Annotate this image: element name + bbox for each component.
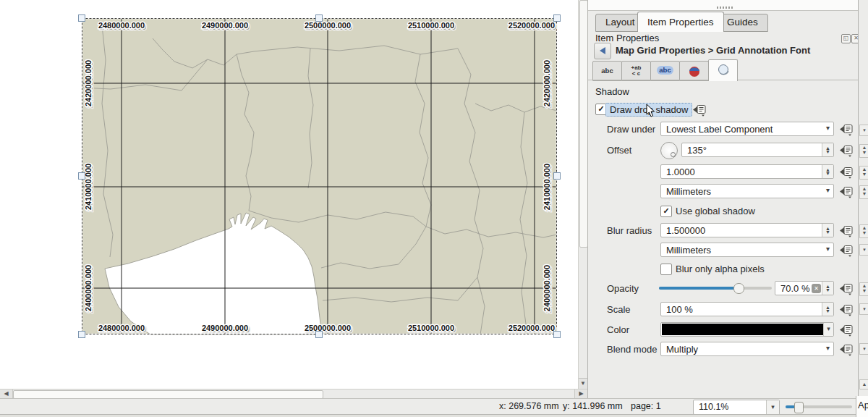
blend-mode-select[interactable]: Multiply ▾ — [660, 342, 834, 356]
layout-canvas[interactable]: 2480000.0002480000.0002480000.0002480000… — [0, 0, 578, 389]
chevron-down-icon: ▾ — [826, 344, 830, 352]
offset-distance-row: 1.0000 ▲▼ — [588, 164, 859, 180]
opacity-spinbox[interactable]: 70.0 % ✕ ▲▼ — [775, 281, 834, 295]
draw-drop-shadow-row: ✓ Draw drop shadow — [588, 102, 859, 117]
map-item[interactable]: 2480000.0002480000.0002480000.0002480000… — [82, 18, 557, 334]
draw-under-value: Lowest Label Component — [666, 124, 773, 135]
zoom-level-value: 110.1% — [699, 402, 728, 412]
window-bottom-edge — [0, 414, 868, 417]
offset-distance-value: 1.0000 — [666, 167, 695, 177]
scroll-right-icon[interactable]: ▶ — [574, 389, 587, 398]
svg-text:2490000.000: 2490000.000 — [202, 21, 248, 30]
spinner-arrows-icon[interactable]: ▲▼ — [822, 224, 833, 237]
dock-title-strip — [588, 0, 859, 11]
color-row: Color ▾ — [588, 322, 859, 337]
use-global-shadow-label[interactable]: Use global shadow — [676, 206, 755, 216]
data-defined-override-icon[interactable] — [838, 224, 854, 237]
offset-angle-spinbox[interactable]: 135° ▲▼ — [681, 143, 834, 157]
tab-text[interactable]: abc — [592, 61, 622, 81]
mouse-cursor — [646, 104, 656, 118]
draw-under-label: Draw under — [607, 124, 655, 135]
svg-text:2510000.000: 2510000.000 — [408, 21, 454, 30]
blur-radius-row: Blur radius 1.500000 ▲▼ — [588, 223, 859, 238]
selection-handle — [316, 15, 323, 22]
back-button[interactable] — [594, 43, 611, 59]
slider-handle[interactable] — [794, 402, 804, 413]
blur-alpha-label[interactable]: Blur only alpha pixels — [676, 264, 765, 274]
tab-background[interactable] — [679, 61, 709, 81]
svg-text:2420000.000: 2420000.000 — [84, 60, 93, 106]
offset-units-select[interactable]: Millimeters ▾ — [660, 184, 834, 198]
blur-alpha-row: Blur only alpha pixels — [588, 263, 859, 278]
qgis-layout-window: 2480000.0002480000.0002480000.0002480000… — [0, 0, 868, 417]
tab-item-properties[interactable]: Item Properties — [637, 12, 724, 32]
tab-guides[interactable]: Guides — [717, 14, 768, 32]
data-defined-override-icon[interactable] — [838, 185, 854, 198]
offset-dial[interactable] — [660, 142, 678, 159]
chevron-down-icon[interactable]: ▾ — [823, 323, 833, 336]
data-defined-override-icon[interactable] — [838, 243, 854, 257]
chevron-down-icon[interactable]: ▾ — [766, 400, 779, 414]
spinner-arrows-icon[interactable]: ▲▼ — [822, 303, 833, 316]
svg-text:2480000.000: 2480000.000 — [98, 324, 145, 332]
offset-label: Offset — [607, 145, 631, 156]
data-defined-override-icon[interactable] — [838, 282, 854, 295]
chevron-down-icon: ▾ — [826, 245, 830, 253]
blur-radius-spinbox[interactable]: 1.500000 ▲▼ — [660, 223, 834, 237]
background-icon — [688, 65, 701, 77]
clear-value-icon[interactable]: ✕ — [812, 284, 821, 293]
tab-buffer[interactable]: abc — [650, 61, 680, 81]
offset-distance-spinbox[interactable]: 1.0000 ▲▼ — [660, 164, 834, 179]
tab-shadow[interactable] — [708, 59, 738, 81]
svg-text:2490000.000: 2490000.000 — [202, 324, 248, 332]
opacity-label: Opacity — [607, 283, 639, 294]
shadow-icon — [717, 64, 730, 77]
item-properties-panel: Layout Item Properties Guides Item Prope… — [587, 0, 859, 398]
panel-title: Item Properties — [595, 33, 659, 43]
zoom-slider[interactable] — [786, 400, 852, 413]
tab-formatting[interactable]: +ab< c — [621, 61, 651, 81]
scroll-left-icon[interactable]: ◀ — [0, 389, 13, 398]
spinner-arrows-icon[interactable]: ▲▼ — [822, 165, 833, 178]
scroll-down-icon[interactable]: ▼ — [579, 378, 587, 389]
selection-handle — [316, 332, 323, 338]
draw-under-select[interactable]: Lowest Label Component ▾ — [660, 122, 834, 136]
data-defined-override-icon[interactable] — [838, 323, 854, 337]
canvas-horizontal-scrollbar[interactable]: ◀ ▶ — [0, 389, 587, 399]
svg-text:2410000.000: 2410000.000 — [542, 164, 551, 210]
chevron-down-icon: ▾ — [826, 186, 830, 194]
chevron-down-icon: ▾ — [859, 244, 868, 256]
float-panel-icon[interactable]: ◱ — [841, 34, 851, 43]
formatting-icon: +ab< c — [631, 65, 641, 77]
cursor-y-readout: y: 141.996 mm — [563, 401, 623, 411]
dock-handle-icon[interactable] — [717, 7, 734, 9]
apply-button-cropped[interactable]: Ap — [856, 396, 868, 417]
svg-text:2510000.000: 2510000.000 — [408, 324, 454, 332]
data-defined-override-icon[interactable] — [692, 103, 707, 117]
selection-handle — [79, 15, 85, 22]
blend-mode-value: Multiply — [666, 344, 698, 355]
data-defined-override-icon[interactable] — [838, 143, 854, 157]
blur-alpha-checkbox[interactable] — [660, 264, 672, 275]
canvas-vertical-scrollbar[interactable]: ▼ — [578, 0, 588, 389]
chevron-down-icon: ▾ — [826, 124, 830, 132]
opacity-slider[interactable] — [659, 284, 772, 292]
back-arrow-icon — [600, 47, 605, 54]
scroll-up-icon: ▲ — [859, 379, 868, 389]
blur-units-select[interactable]: Millimeters ▾ — [660, 243, 834, 257]
slider-handle[interactable] — [733, 283, 744, 294]
data-defined-override-icon[interactable] — [838, 342, 854, 356]
zoom-level-combobox[interactable]: 110.1% ▾ — [693, 400, 780, 415]
data-defined-override-icon[interactable] — [838, 303, 854, 316]
scale-label: Scale — [607, 304, 631, 315]
data-defined-override-icon[interactable] — [838, 165, 854, 179]
data-defined-override-icon[interactable] — [838, 122, 854, 136]
use-global-shadow-checkbox[interactable]: ✓ — [660, 206, 672, 217]
opacity-row: Opacity 70.0 % ✕ ▲▼ — [588, 281, 859, 296]
spinner-arrows-icon[interactable]: ▲▼ — [822, 143, 833, 156]
spinner-fragment-icon: ▲▼ — [859, 166, 868, 180]
selection-handle — [554, 332, 561, 338]
spinner-arrows-icon[interactable]: ▲▼ — [822, 282, 833, 295]
scale-spinbox[interactable]: 100 % ▲▼ — [660, 302, 834, 316]
shadow-color-button[interactable]: ▾ — [660, 322, 834, 337]
